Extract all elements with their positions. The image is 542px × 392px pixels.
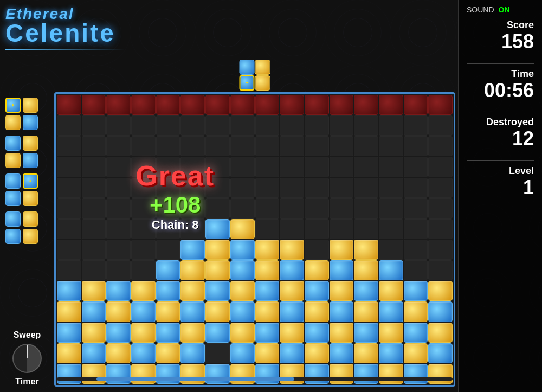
grid-cell bbox=[404, 136, 428, 156]
grid-cell bbox=[404, 260, 428, 280]
grid-cell bbox=[404, 240, 428, 260]
grid-cell bbox=[330, 157, 354, 177]
grid-cell bbox=[57, 343, 81, 363]
grid-cell bbox=[428, 281, 453, 301]
level-label: Level bbox=[467, 165, 534, 177]
piece-tile bbox=[23, 153, 38, 168]
grid-cell bbox=[156, 198, 180, 219]
sound-control[interactable]: SOUND ON bbox=[467, 5, 534, 14]
grid-cell bbox=[156, 260, 180, 280]
grid-cell bbox=[106, 136, 131, 156]
grid-cell bbox=[428, 157, 453, 177]
grid-cell bbox=[106, 301, 131, 322]
grid-cell bbox=[57, 323, 81, 343]
grid-cell bbox=[354, 301, 378, 322]
grid-cell bbox=[131, 301, 156, 322]
grid-cell bbox=[255, 95, 280, 115]
grid-cell bbox=[330, 343, 354, 363]
grid-cell bbox=[428, 364, 453, 384]
grid-cell bbox=[255, 281, 280, 301]
grid-cell bbox=[180, 157, 205, 177]
grid-cell bbox=[280, 178, 304, 198]
grid-cell bbox=[379, 301, 403, 322]
grid-cell bbox=[305, 95, 329, 115]
sound-label: SOUND bbox=[467, 5, 494, 14]
grid-cell bbox=[305, 157, 329, 177]
grid-cell bbox=[404, 323, 428, 343]
grid-cell bbox=[404, 157, 428, 177]
grid-cell bbox=[305, 260, 329, 280]
falling-tile bbox=[255, 60, 270, 75]
game-area[interactable]: Great +108 Chain: 8 bbox=[54, 92, 455, 387]
grid-cell bbox=[330, 178, 354, 198]
falling-piece bbox=[240, 60, 270, 91]
grid-cell bbox=[131, 240, 156, 260]
grid-cell bbox=[205, 301, 230, 322]
grid-cell bbox=[156, 95, 180, 115]
divider-3 bbox=[467, 160, 534, 161]
grid-cell bbox=[305, 343, 329, 363]
sweep-timer-area: Sweep Timer bbox=[5, 330, 49, 387]
grid-cell bbox=[305, 219, 329, 239]
piece-tile bbox=[23, 115, 38, 130]
grid-cell bbox=[305, 364, 329, 384]
grid-cell bbox=[379, 198, 403, 219]
grid-cell bbox=[354, 178, 378, 198]
grid-cell bbox=[379, 343, 403, 363]
grid-cell bbox=[354, 281, 378, 301]
grid-cell bbox=[180, 178, 205, 198]
grid-cell bbox=[230, 178, 255, 198]
grid-cell bbox=[106, 343, 131, 363]
grid-cell bbox=[57, 136, 81, 156]
destroyed-block: Destroyed 12 bbox=[467, 117, 534, 150]
falling-tile bbox=[255, 75, 270, 91]
game-board[interactable]: Great +108 Chain: 8 bbox=[54, 92, 455, 387]
grid-cell bbox=[230, 198, 255, 219]
grid-cell bbox=[379, 364, 403, 384]
scrollbar-thumb bbox=[96, 377, 294, 381]
grid-cell bbox=[82, 281, 106, 301]
grid-cell bbox=[379, 95, 403, 115]
piece-tile bbox=[5, 229, 21, 244]
piece-tile bbox=[23, 173, 38, 189]
grid-cell bbox=[354, 260, 378, 280]
grid-cell bbox=[255, 260, 280, 280]
grid-cell bbox=[180, 219, 205, 239]
grid-cell bbox=[205, 281, 230, 301]
grid-cell bbox=[205, 115, 230, 136]
grid-cell bbox=[82, 115, 106, 136]
grid-cell bbox=[106, 95, 131, 115]
grid-cell bbox=[205, 178, 230, 198]
grid-cell bbox=[255, 343, 280, 363]
grid-cell bbox=[379, 323, 403, 343]
grid-cell bbox=[230, 115, 255, 136]
grid-cell bbox=[230, 260, 255, 280]
piece-tile bbox=[5, 211, 21, 227]
grid-cell bbox=[255, 323, 280, 343]
grid-cell bbox=[230, 323, 255, 343]
piece-tile bbox=[5, 191, 21, 206]
game-logo: Ethereal Celenite bbox=[5, 5, 125, 50]
grid-cell bbox=[330, 301, 354, 322]
grid-cell bbox=[354, 240, 378, 260]
grid-cell bbox=[404, 115, 428, 136]
grid-cell bbox=[205, 323, 230, 343]
grid-cell bbox=[354, 323, 378, 343]
score-block: Score 158 bbox=[467, 20, 534, 53]
grid-cell bbox=[205, 260, 230, 280]
grid-cell bbox=[131, 178, 156, 198]
grid-cell bbox=[428, 301, 453, 322]
grid-cell bbox=[180, 260, 205, 280]
grid-cell bbox=[305, 115, 329, 136]
scrollbar[interactable] bbox=[57, 377, 453, 381]
sweep-label: Sweep bbox=[5, 330, 49, 340]
divider-1 bbox=[467, 63, 534, 64]
grid-cell bbox=[82, 95, 106, 115]
grid-cell bbox=[156, 343, 180, 363]
piece-tile bbox=[5, 136, 21, 151]
grid-cell bbox=[131, 198, 156, 219]
sweep-circle bbox=[11, 342, 43, 375]
grid-cell bbox=[82, 198, 106, 219]
grid-cell bbox=[255, 178, 280, 198]
grid-cell bbox=[404, 198, 428, 219]
